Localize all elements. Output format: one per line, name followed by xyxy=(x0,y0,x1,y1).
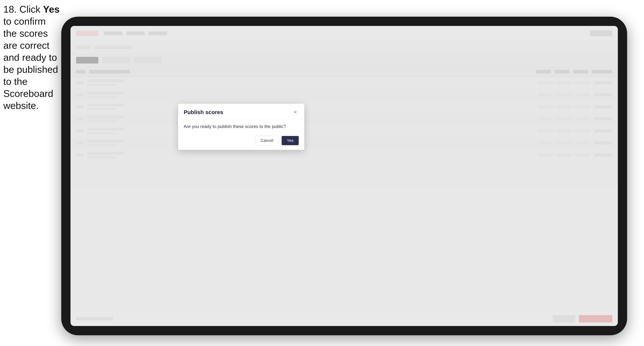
modal-overlay: Publish scores ✕ Are you ready to publis… xyxy=(70,26,618,326)
modal-header: Publish scores ✕ xyxy=(178,104,304,120)
yes-button[interactable]: Yes xyxy=(282,136,299,145)
modal-body: Are you ready to publish these scores to… xyxy=(178,120,304,133)
modal-footer: Cancel Yes xyxy=(178,133,304,150)
instruction-text: 18. Click Yes to confirm the scores are … xyxy=(3,3,61,112)
modal-message: Are you ready to publish these scores to… xyxy=(184,124,299,129)
modal-close-button[interactable]: ✕ xyxy=(292,109,299,116)
tablet-screen: Publish scores ✕ Are you ready to publis… xyxy=(70,26,618,326)
publish-scores-modal: Publish scores ✕ Are you ready to publis… xyxy=(178,104,304,150)
cancel-button[interactable]: Cancel xyxy=(255,136,279,145)
modal-title: Publish scores xyxy=(184,109,223,115)
tablet-device: Publish scores ✕ Are you ready to publis… xyxy=(61,17,627,335)
